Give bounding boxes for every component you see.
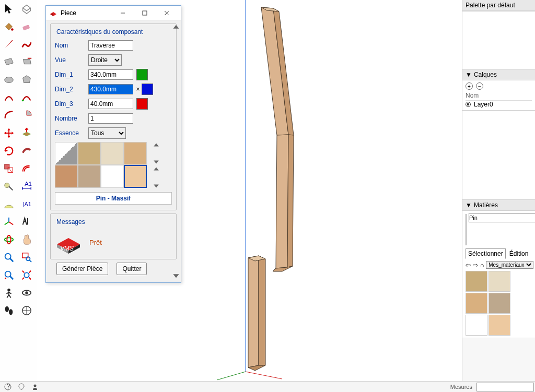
tab-edition[interactable]: Édition bbox=[507, 248, 531, 259]
caracteristiques-legend: Caractéristiques du composant bbox=[55, 28, 144, 35]
select-tool[interactable] bbox=[0, 0, 18, 18]
matieres-header[interactable]: ▼ Matières bbox=[462, 199, 535, 211]
paint-bucket-tool[interactable] bbox=[0, 18, 18, 35]
pushpull-tool[interactable] bbox=[18, 124, 36, 142]
axes-tool[interactable] bbox=[0, 213, 18, 231]
3dtext-tool[interactable] bbox=[18, 213, 36, 231]
material-name-input[interactable] bbox=[469, 213, 535, 222]
dialog-titlebar[interactable]: Piece bbox=[46, 6, 181, 20]
material-swatch[interactable] bbox=[78, 142, 101, 165]
mat-scroll-upper[interactable] bbox=[153, 142, 160, 165]
material-thumb[interactable] bbox=[489, 293, 510, 314]
material-swatch[interactable] bbox=[124, 142, 147, 165]
nom-input[interactable] bbox=[88, 40, 133, 51]
look-around-tool[interactable] bbox=[18, 284, 36, 302]
status-info-icon[interactable]: ? bbox=[4, 383, 11, 390]
palette-header[interactable]: Palette par défaut bbox=[462, 0, 535, 11]
material-thumb[interactable] bbox=[489, 315, 510, 336]
protractor-tool[interactable] bbox=[0, 195, 18, 213]
essence-select[interactable]: Tous bbox=[88, 127, 126, 139]
svg-point-11 bbox=[7, 235, 10, 244]
status-geo-icon[interactable] bbox=[18, 383, 25, 390]
layer-visible-radio[interactable] bbox=[466, 102, 471, 107]
zoom-tool[interactable] bbox=[0, 248, 18, 266]
material-swatch-selected[interactable] bbox=[124, 165, 147, 188]
tape-tool[interactable] bbox=[0, 177, 18, 195]
pie-tool[interactable] bbox=[18, 106, 36, 124]
material-thumb[interactable] bbox=[466, 293, 487, 314]
walk-tool[interactable] bbox=[0, 302, 18, 319]
material-swatch[interactable] bbox=[78, 165, 101, 188]
svg-point-17 bbox=[7, 289, 10, 292]
collection-select[interactable]: Mes_materiaux bbox=[486, 261, 533, 269]
line-tool[interactable] bbox=[0, 35, 18, 53]
nav-fwd-icon[interactable]: ⇨ bbox=[473, 262, 478, 269]
rotated-rectangle-tool[interactable] bbox=[18, 53, 36, 71]
minimize-button[interactable] bbox=[112, 6, 134, 20]
rotate-tool[interactable] bbox=[0, 142, 18, 160]
arc2-tool[interactable] bbox=[18, 89, 36, 106]
position-camera-tool[interactable] bbox=[0, 284, 18, 302]
dim1-input[interactable] bbox=[88, 69, 133, 80]
offset-tool[interactable] bbox=[18, 160, 36, 177]
dim2-color bbox=[142, 84, 153, 95]
material-swatch[interactable] bbox=[101, 165, 124, 188]
move-tool[interactable] bbox=[0, 124, 18, 142]
dimension-tool[interactable]: A1 bbox=[18, 177, 36, 195]
zoom-prev-tool[interactable] bbox=[0, 266, 18, 284]
svg-rect-5 bbox=[5, 164, 9, 169]
nombre-input[interactable] bbox=[88, 113, 133, 124]
polygon-tool[interactable] bbox=[18, 71, 36, 89]
mesures-input[interactable] bbox=[476, 383, 534, 391]
material-selected-name: Pin - Massif bbox=[55, 192, 172, 205]
status-person-icon[interactable] bbox=[31, 383, 39, 390]
layer-row[interactable]: Layer0 bbox=[466, 101, 532, 108]
material-thumb[interactable] bbox=[466, 271, 487, 292]
material-thumb[interactable] bbox=[466, 315, 487, 336]
circle-tool[interactable] bbox=[0, 71, 18, 89]
home-icon[interactable]: ⌂ bbox=[480, 262, 484, 269]
tab-selection[interactable]: Sélectionner bbox=[466, 248, 506, 259]
eraser-tool[interactable] bbox=[18, 18, 36, 35]
remove-layer-icon[interactable]: − bbox=[476, 82, 483, 90]
dialog-scroll-up[interactable] bbox=[172, 23, 180, 31]
nombre-label: Nombre bbox=[55, 115, 88, 122]
material-swatch[interactable] bbox=[101, 142, 124, 165]
maximize-button[interactable] bbox=[134, 6, 156, 20]
svg-point-0 bbox=[11, 28, 14, 31]
dim2-input[interactable] bbox=[88, 84, 133, 94]
freehand-tool[interactable] bbox=[18, 35, 36, 53]
make-component-tool[interactable] bbox=[18, 0, 36, 18]
arc3-tool[interactable] bbox=[0, 106, 18, 124]
nav-back-icon[interactable]: ⇦ bbox=[466, 262, 471, 269]
material-swatch[interactable] bbox=[55, 142, 78, 165]
zoom-window-tool[interactable] bbox=[18, 248, 36, 266]
followme-tool[interactable] bbox=[18, 142, 36, 160]
rectangle-tool[interactable] bbox=[0, 53, 18, 71]
material-swatch[interactable] bbox=[55, 165, 78, 188]
material-thumb[interactable] bbox=[489, 271, 510, 292]
add-layer-icon[interactable]: + bbox=[466, 82, 473, 90]
material-preview[interactable] bbox=[466, 214, 467, 245]
section-plane-tool[interactable] bbox=[18, 302, 36, 319]
close-button[interactable] bbox=[156, 6, 178, 20]
vue-select[interactable]: Droite bbox=[88, 54, 122, 66]
clear-dim2-icon[interactable]: × bbox=[134, 86, 142, 93]
dim2-label: Dim_2 bbox=[55, 86, 88, 93]
svg-marker-30 bbox=[287, 135, 294, 267]
text-tool[interactable]: |A1 bbox=[18, 195, 36, 213]
quitter-button[interactable]: Quitter bbox=[117, 263, 147, 275]
scale-tool[interactable] bbox=[0, 160, 18, 177]
calques-title: Calques bbox=[474, 71, 497, 78]
svg-point-10 bbox=[5, 237, 14, 241]
vue-label: Vue bbox=[55, 56, 88, 64]
arc-tool[interactable] bbox=[0, 89, 18, 106]
zoom-extents-tool[interactable] bbox=[18, 266, 36, 284]
calques-header[interactable]: ▼ Calques bbox=[462, 69, 535, 80]
pan-tool[interactable] bbox=[18, 231, 36, 248]
dim3-input[interactable] bbox=[88, 99, 133, 109]
generer-button[interactable]: Générer Pièce bbox=[56, 263, 108, 275]
orbit-tool[interactable] bbox=[0, 231, 18, 248]
mat-scroll-lower[interactable] bbox=[153, 166, 160, 189]
dialog-scroll-down[interactable] bbox=[172, 272, 180, 279]
